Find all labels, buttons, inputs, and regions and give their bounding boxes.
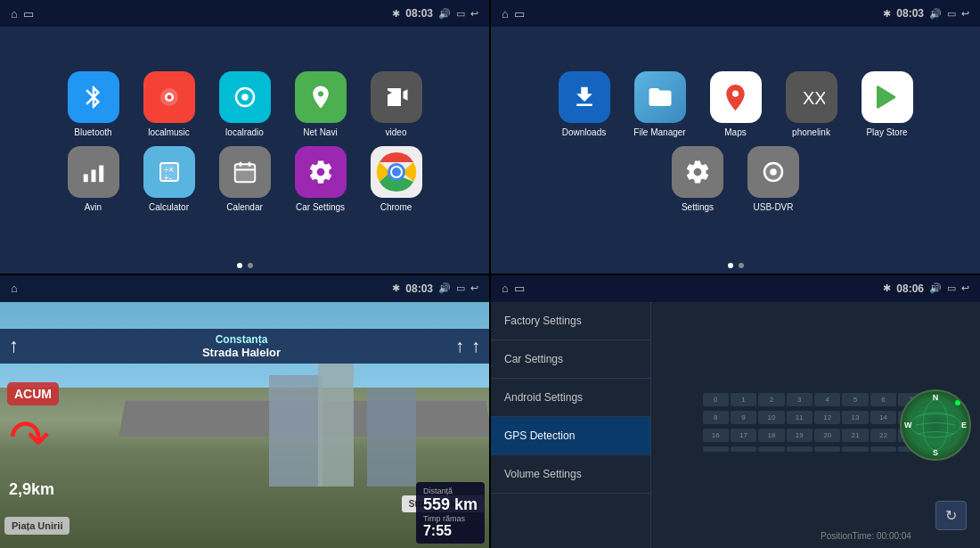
- refresh-button[interactable]: ↻: [935, 501, 967, 530]
- timp-value: 7:55: [423, 523, 478, 539]
- avin-icon: [68, 146, 119, 198]
- pagination-dots-tl: [0, 258, 489, 274]
- grid-cell-17: 17: [731, 429, 756, 442]
- battery-icon-bl: ▭: [456, 282, 465, 294]
- dot-1-tl[interactable]: [237, 263, 242, 268]
- app-chrome[interactable]: Chrome: [365, 146, 428, 212]
- nav-top-bar: ↑ Constanța Strada Halelor ↑ ↑: [0, 329, 489, 364]
- compass-e: E: [961, 421, 967, 429]
- app-calculator[interactable]: ÷×+- Calculator: [138, 146, 200, 212]
- app-avin[interactable]: Avin: [62, 146, 125, 212]
- panel-bottom-left: ⌂ ✱ 08:03 🔊 ▭ ↩ ↑: [0, 275, 489, 549]
- filemanager-icon: [634, 71, 686, 123]
- back-icon-br[interactable]: ↩: [961, 282, 969, 294]
- battery-icon: ▭: [456, 8, 465, 20]
- back-icon-bl[interactable]: ↩: [470, 282, 478, 294]
- status-bar-tl: ⌂ ▭ ✱ 08:03 🔊 ▭ ↩: [0, 0, 489, 27]
- app-downloads[interactable]: Downloads: [553, 71, 616, 137]
- home-icon-tr[interactable]: ⌂: [502, 7, 509, 20]
- calculator-icon: ÷×+-: [143, 146, 195, 198]
- status-bar-tr: ⌂ ▭ ✱ 08:03 🔊 ▭ ↩: [491, 0, 980, 27]
- svg-point-21: [770, 169, 777, 176]
- app-calendar[interactable]: Calendar: [214, 146, 276, 212]
- nav-turn-arrow: ↶: [9, 409, 50, 466]
- grid-cell-3: 3: [787, 393, 813, 406]
- app-localmusic[interactable]: localmusic: [138, 71, 200, 137]
- settings-android[interactable]: Android Settings: [491, 379, 650, 417]
- compass: N S E W: [900, 389, 971, 461]
- chrome-icon: [371, 146, 422, 198]
- timp-label: Timp rămas: [423, 514, 478, 523]
- svg-rect-11: [234, 165, 255, 183]
- nav-street: Strada Halelor: [202, 346, 281, 359]
- playstore-label: Play Store: [866, 127, 907, 137]
- grid-cell-9: 9: [731, 411, 756, 424]
- building-3: [367, 388, 416, 487]
- usbdvr-icon: [747, 146, 799, 198]
- app-filemanager[interactable]: File Manager: [629, 71, 691, 137]
- bluetooth-icon-br: ✱: [883, 282, 891, 294]
- gps-grid-container: 0 1 2 3 4 5 6 7 8 9 10 11 12: [703, 393, 925, 456]
- dot-2-tl[interactable]: [248, 263, 253, 268]
- compass-w: W: [904, 421, 912, 429]
- app-video[interactable]: video: [365, 71, 428, 137]
- grid-cell-1: 1: [731, 393, 756, 406]
- calendar-icon: [219, 146, 271, 198]
- app-maps[interactable]: Maps: [705, 71, 767, 137]
- home-icon-br[interactable]: ⌂: [502, 282, 509, 295]
- settings-volume[interactable]: Volume Settings: [491, 455, 650, 494]
- dot-1-tr[interactable]: [728, 263, 733, 268]
- app-playstore[interactable]: Play Store: [856, 71, 919, 137]
- grid-cell-14: 14: [870, 411, 896, 424]
- settings-right-panel: 0 1 2 3 4 5 6 7 8 9 10 11 12: [651, 302, 980, 549]
- building-1: [269, 375, 323, 486]
- status-bar-bl: ⌂ ✱ 08:03 🔊 ▭ ↩: [0, 275, 489, 302]
- status-right-br: ✱ 08:06 🔊 ▭ ↩: [883, 282, 969, 295]
- grid-cell-2: 2: [758, 393, 784, 406]
- status-right-bl: ✱ 08:03 🔊 ▭ ↩: [392, 282, 478, 295]
- minimize-icon-tr[interactable]: ▭: [514, 7, 525, 20]
- app-row-1-tr: Downloads File Manager Maps XX: [553, 71, 919, 137]
- nav-up-arrow-1: ↑: [455, 336, 464, 356]
- chrome-label: Chrome: [380, 202, 412, 212]
- settings-car[interactable]: Car Settings: [491, 340, 650, 379]
- localradio-icon: [219, 71, 271, 123]
- compass-labels: N S E W: [902, 391, 969, 459]
- grid-cell-18: 18: [758, 429, 784, 442]
- app-car-settings[interactable]: Car Settings: [290, 146, 352, 212]
- app-netnavi[interactable]: Net Navi: [290, 71, 352, 137]
- home-icon-bl[interactable]: ⌂: [11, 282, 18, 295]
- nav-distance-short: 2,9km: [9, 480, 54, 499]
- back-icon-tr[interactable]: ↩: [961, 8, 969, 20]
- settings-factory[interactable]: Factory Settings: [491, 302, 650, 340]
- app-bluetooth[interactable]: Bluetooth: [62, 71, 125, 137]
- app-settings[interactable]: Settings: [666, 146, 729, 212]
- back-icon[interactable]: ↩: [470, 8, 478, 20]
- home-icon[interactable]: ⌂: [11, 7, 18, 20]
- netnavi-label: Net Navi: [303, 127, 337, 137]
- car-settings-label: Car Settings: [296, 202, 345, 212]
- localradio-label: localradio: [225, 127, 264, 137]
- settings-app-icon: [672, 146, 723, 198]
- grid-cell-22: 22: [870, 429, 896, 442]
- settings-gps[interactable]: GPS Detection: [491, 417, 650, 455]
- position-time: PositionTime: 00:00:04: [821, 531, 911, 541]
- minimize-icon-br[interactable]: ▭: [514, 282, 525, 295]
- app-usbdvr[interactable]: USB-DVR: [742, 146, 804, 212]
- gps-grid-row-2: 8 9 10 11 12 13 14 15: [703, 411, 925, 424]
- avin-label: Avin: [85, 202, 102, 212]
- status-right-tr: ✱ 08:03 🔊 ▭ ↩: [883, 7, 969, 20]
- time-tr: 08:03: [896, 7, 924, 20]
- battery-icon-tr: ▭: [947, 8, 956, 20]
- grid-cell-11: 11: [787, 411, 813, 424]
- localmusic-label: localmusic: [148, 127, 190, 137]
- minimize-icon[interactable]: ▭: [23, 7, 34, 20]
- app-localradio[interactable]: localradio: [214, 71, 276, 137]
- calendar-label: Calendar: [226, 202, 263, 212]
- netnavi-icon: [295, 71, 347, 123]
- signal-icon-br: 🔊: [929, 282, 942, 294]
- app-phonelink[interactable]: XX phonelink: [780, 71, 843, 137]
- dot-2-tr[interactable]: [739, 263, 744, 268]
- bluetooth-icon: ✱: [392, 8, 400, 20]
- nav-city: Constanța: [216, 333, 268, 346]
